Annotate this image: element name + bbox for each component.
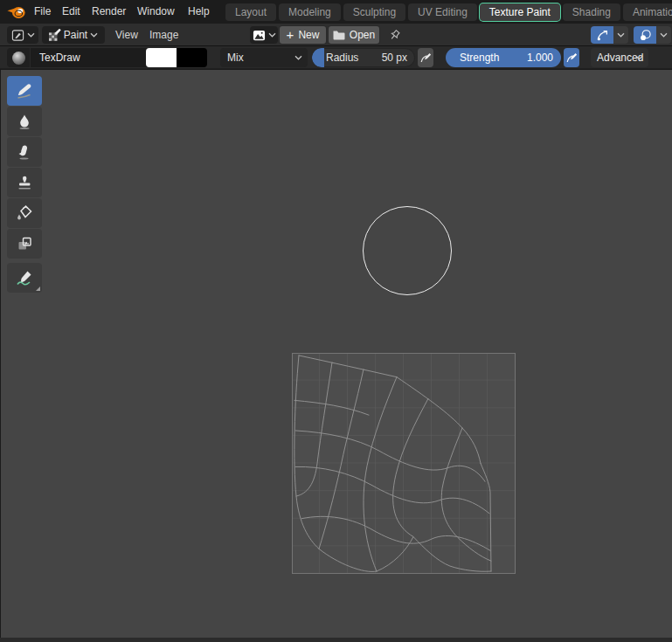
gizmo-icon bbox=[596, 29, 609, 42]
menu-view[interactable]: View bbox=[108, 24, 145, 46]
chevron-down-icon bbox=[27, 32, 35, 38]
mode-select-label: Paint bbox=[64, 29, 87, 41]
gizmos-dropdown[interactable] bbox=[613, 26, 628, 44]
toolbar bbox=[7, 76, 42, 293]
annotate-pen-icon bbox=[15, 268, 34, 287]
tool-mask[interactable] bbox=[7, 229, 42, 259]
tool-soften[interactable] bbox=[7, 107, 42, 136]
blender-window: File Edit Render Window Help Layout Mode… bbox=[0, 0, 672, 642]
clone-stamp-icon bbox=[15, 173, 34, 192]
strength-slider[interactable]: Strength 1.000 bbox=[446, 48, 561, 67]
radius-slider[interactable]: Radius 50 px bbox=[312, 48, 415, 67]
show-overlays-toggle[interactable] bbox=[634, 26, 656, 44]
tool-fill[interactable] bbox=[7, 198, 42, 228]
strength-value: 1.000 bbox=[527, 48, 553, 67]
browse-image-icon bbox=[253, 29, 266, 42]
open-button-label: Open bbox=[350, 29, 375, 41]
tool-clone[interactable] bbox=[7, 168, 42, 197]
smear-icon bbox=[15, 142, 34, 162]
overlays-icon bbox=[639, 29, 652, 42]
pressure-icon bbox=[420, 52, 431, 63]
chevron-down-icon bbox=[90, 32, 98, 38]
soften-drop-icon bbox=[15, 112, 34, 131]
show-gizmos-toggle[interactable] bbox=[591, 26, 613, 44]
chevron-down-icon bbox=[294, 55, 302, 60]
image-editor-icon bbox=[11, 29, 24, 42]
topbar: File Edit Render Window Help Layout Mode… bbox=[0, 0, 672, 24]
workspace-tabs: Layout Modeling Sculpting UV Editing Tex… bbox=[225, 0, 672, 24]
brush-name-field[interactable]: TexDraw bbox=[31, 48, 149, 67]
tool-smear[interactable] bbox=[7, 137, 42, 167]
strength-pressure-button[interactable] bbox=[564, 48, 579, 67]
radius-slider-fill bbox=[312, 48, 324, 67]
brush-cursor bbox=[363, 206, 452, 295]
editor-header: Paint View Image + New Open bbox=[0, 24, 672, 46]
browse-image-button[interactable] bbox=[250, 26, 278, 44]
tab-modeling[interactable]: Modeling bbox=[279, 3, 341, 21]
brush-preview-icon bbox=[12, 52, 25, 65]
blend-mode-select[interactable]: Mix bbox=[220, 48, 308, 67]
status-bar bbox=[0, 638, 672, 642]
tab-sculpting[interactable]: Sculpting bbox=[343, 3, 405, 21]
overlays-dropdown[interactable] bbox=[656, 26, 671, 44]
mask-icon bbox=[15, 234, 34, 253]
subtool-indicator bbox=[36, 286, 40, 291]
chevron-down-icon bbox=[660, 32, 668, 38]
chevron-down-icon bbox=[617, 32, 625, 38]
tab-layout[interactable]: Layout bbox=[225, 3, 276, 21]
pressure-icon bbox=[566, 52, 577, 63]
menu-edit[interactable]: Edit bbox=[54, 0, 88, 24]
tab-animation[interactable]: Animation bbox=[623, 3, 672, 21]
tab-texture-paint[interactable]: Texture Paint bbox=[480, 3, 560, 21]
tab-uv-editing[interactable]: UV Editing bbox=[408, 3, 477, 21]
new-image-button[interactable]: + New bbox=[280, 26, 326, 44]
texture-image bbox=[292, 353, 516, 574]
menu-render[interactable]: Render bbox=[84, 0, 134, 24]
radius-value: 50 px bbox=[382, 48, 407, 67]
editor-type-button[interactable] bbox=[7, 26, 38, 44]
plus-icon: + bbox=[287, 27, 294, 43]
new-button-label: New bbox=[298, 29, 319, 41]
chevron-down-icon bbox=[268, 32, 276, 38]
blender-logo-icon bbox=[7, 5, 26, 19]
fill-bucket-icon bbox=[15, 204, 34, 223]
chevron-down-icon bbox=[635, 55, 643, 60]
radius-label: Radius bbox=[326, 48, 358, 67]
texture-paint-mode-icon bbox=[49, 29, 61, 41]
secondary-color-swatch[interactable] bbox=[177, 48, 207, 67]
tool-settings-bar: TexDraw Mix Radius 50 px Strength 1.000 bbox=[0, 46, 672, 69]
mode-select[interactable]: Paint bbox=[42, 26, 105, 44]
open-image-button[interactable]: Open bbox=[329, 26, 379, 44]
draw-brush-icon bbox=[15, 81, 34, 100]
pin-icon[interactable] bbox=[388, 29, 401, 42]
primary-color-swatch[interactable] bbox=[146, 48, 177, 67]
image-editor-canvas[interactable] bbox=[0, 69, 672, 638]
menu-help[interactable]: Help bbox=[180, 0, 218, 24]
blend-mode-value: Mix bbox=[227, 52, 244, 64]
strength-label: Strength bbox=[460, 48, 499, 67]
menu-window[interactable]: Window bbox=[129, 0, 183, 24]
tab-shading[interactable]: Shading bbox=[563, 3, 620, 21]
brush-preview-button[interactable] bbox=[7, 48, 30, 67]
tool-annotate[interactable] bbox=[7, 263, 42, 293]
tool-draw[interactable] bbox=[7, 76, 42, 106]
folder-icon bbox=[333, 30, 345, 40]
menu-image[interactable]: Image bbox=[142, 24, 185, 46]
radius-pressure-button[interactable] bbox=[418, 48, 433, 67]
advanced-dropdown[interactable]: Advanced bbox=[591, 48, 648, 67]
